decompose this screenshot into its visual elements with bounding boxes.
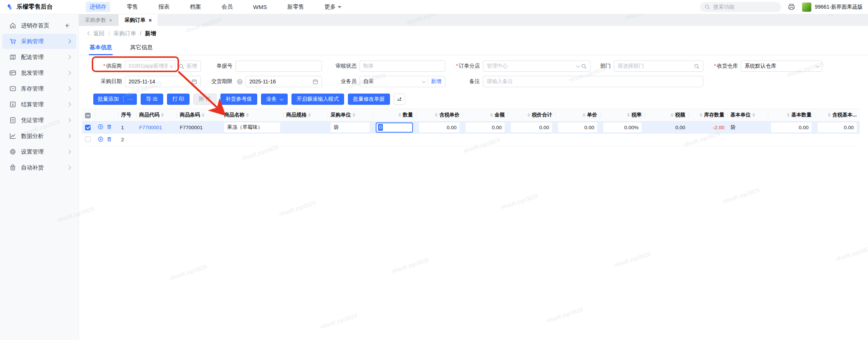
chevron-down-icon[interactable] (422, 79, 426, 83)
calendar-icon[interactable] (191, 79, 197, 85)
header-tax-rate[interactable]: 税率 (600, 109, 645, 121)
remark-input[interactable]: 请输入备注 (483, 76, 703, 87)
order-store-select[interactable]: 管理中心 (483, 60, 590, 72)
select-all-checkbox[interactable] (85, 113, 91, 118)
header-base-unit[interactable]: 基本单位 (727, 109, 768, 121)
chevron-down-icon[interactable] (576, 64, 580, 68)
speed-input-mode-button[interactable]: 开启极速输入模式 (291, 94, 344, 105)
search-icon[interactable] (581, 63, 587, 69)
sort-icon[interactable] (161, 113, 164, 117)
header-product-name[interactable]: 商品名称 (221, 109, 283, 121)
row-checkbox[interactable] (85, 125, 91, 130)
business-dropdown-button[interactable]: 业务 (261, 94, 288, 105)
tab-basic-info[interactable]: 基本信息 (89, 41, 113, 55)
delete-row-icon[interactable] (106, 124, 112, 130)
header-purchase-unit[interactable]: 采购单位 (328, 109, 373, 121)
sort-icon[interactable] (787, 113, 790, 117)
header-barcode[interactable]: 商品条码 (177, 109, 221, 121)
calendar-icon[interactable] (313, 79, 318, 85)
header-amount[interactable]: 金额 (463, 109, 508, 121)
search-icon[interactable] (179, 63, 184, 69)
tab-other-info[interactable]: 其它信息 (129, 41, 153, 55)
more-options-icon[interactable]: ··· (124, 96, 137, 102)
header-tax-amount[interactable]: 税额 (645, 109, 688, 121)
sort-icon[interactable] (490, 113, 493, 117)
sort-icon[interactable] (671, 113, 674, 117)
menu-inventory[interactable]: 进销存 (86, 2, 110, 12)
menu-wms[interactable]: WMS (249, 2, 271, 12)
sidebar-item-settings[interactable]: 设置管理 (2, 144, 76, 159)
sidebar-item-purchase[interactable]: 采购管理 (2, 34, 76, 49)
row-select-cell[interactable] (82, 121, 95, 134)
cell-product-name[interactable]: 果冻（草莓味） (221, 121, 283, 134)
menu-reports[interactable]: 报表 (155, 2, 173, 12)
header-select-all[interactable] (82, 109, 95, 121)
cell-base-with-tax[interactable]: 0.00 (815, 121, 860, 134)
department-input[interactable]: 请选择部门 (614, 60, 703, 72)
sidebar-item-wholesale[interactable]: 批发管理 (2, 65, 76, 80)
column-settings-button[interactable] (394, 94, 405, 105)
user-menu[interactable]: 99661-新界面果蔬版 (802, 2, 863, 12)
sort-icon[interactable] (828, 113, 831, 117)
row-select-cell[interactable] (82, 134, 95, 146)
menu-retail[interactable]: 零售 (123, 2, 142, 12)
tab-purchase-order[interactable]: 采购订单 × (118, 14, 158, 26)
menu-archives[interactable]: 档案 (186, 2, 205, 12)
batch-add-label[interactable]: 批量添加 (93, 96, 123, 103)
qty-input[interactable]: 0 (376, 122, 413, 133)
header-base-with-tax[interactable]: 含税基本... (815, 109, 860, 121)
chevron-down-icon[interactable] (170, 64, 173, 68)
tab-purchase-params[interactable]: 采购参数 × (79, 14, 118, 26)
sort-icon[interactable] (627, 113, 630, 117)
sidebar-item-delivery[interactable]: 配送管理 (2, 50, 76, 65)
sidebar-item-settlement[interactable]: 结算管理 (2, 97, 76, 112)
sort-icon[interactable] (398, 113, 401, 117)
close-icon[interactable]: × (109, 18, 112, 23)
collapse-sidebar-icon[interactable] (64, 22, 70, 29)
delete-row-icon[interactable] (106, 136, 112, 142)
global-search-input[interactable]: 搜索功能 (700, 2, 781, 12)
sort-icon[interactable] (527, 113, 530, 117)
sidebar-item-auto-replenish[interactable]: 自动补货 (2, 160, 76, 175)
sort-icon[interactable] (752, 113, 755, 117)
header-stock-qty[interactable]: 库存数量 (688, 109, 727, 121)
cell-tax-price-total[interactable]: 0.00 (508, 121, 555, 134)
sidebar-item-voucher[interactable]: 凭证管理 (2, 113, 76, 128)
header-base-qty[interactable]: 基本数量 (768, 109, 815, 121)
cell-purchase-unit[interactable]: 袋 (328, 121, 373, 134)
back-button[interactable]: 返回 (88, 30, 105, 37)
print-button[interactable]: 打 印 (167, 94, 190, 105)
sort-icon[interactable] (308, 113, 311, 117)
header-qty[interactable]: 数量 (373, 109, 416, 121)
cell-price[interactable]: 0.00 (555, 121, 600, 134)
sort-icon[interactable] (583, 113, 586, 117)
cell-amount[interactable]: 0.00 (463, 121, 508, 134)
header-price-with-tax[interactable]: 含税单价 (416, 109, 463, 121)
header-price[interactable]: 单价 (555, 109, 600, 121)
sidebar-item-analytics[interactable]: 数据分析 (2, 128, 76, 144)
search-icon[interactable] (694, 63, 700, 69)
replenish-reference-button[interactable]: 补货参考值 (220, 94, 257, 105)
supplier-add-button[interactable]: 新增 (187, 63, 197, 70)
delivery-deadline-input[interactable]: 2025-11-16 (246, 76, 322, 87)
cell-tax-rate[interactable]: 0.00% (600, 121, 645, 134)
row-checkbox[interactable] (85, 136, 91, 142)
add-row-icon[interactable] (98, 124, 103, 130)
sidebar-item-inventory[interactable]: 库存管理 (2, 81, 76, 96)
batch-add-button[interactable]: 批量添加 ··· (93, 94, 137, 105)
cell-qty[interactable]: 0 (373, 121, 416, 134)
header-spec[interactable]: 商品规格 (283, 109, 328, 121)
export-button[interactable]: 导 出 (141, 94, 163, 105)
sort-icon[interactable] (435, 113, 438, 117)
salesman-select[interactable]: 自采 新增 (360, 76, 445, 87)
header-tax-price-total[interactable]: 税价合计 (508, 109, 555, 121)
sort-icon[interactable] (246, 113, 249, 117)
supplier-input[interactable]: 01001|app新增测试 新增 (125, 60, 201, 72)
sort-icon[interactable] (202, 113, 205, 117)
help-icon[interactable]: ? (237, 79, 243, 85)
add-row-icon[interactable] (98, 136, 103, 142)
cell-spec[interactable] (283, 121, 328, 134)
batch-modify-button[interactable]: 批量修改单据 (348, 94, 390, 105)
cell-product-code[interactable]: F7700001 (136, 121, 177, 134)
chevron-down-icon[interactable] (816, 64, 819, 68)
